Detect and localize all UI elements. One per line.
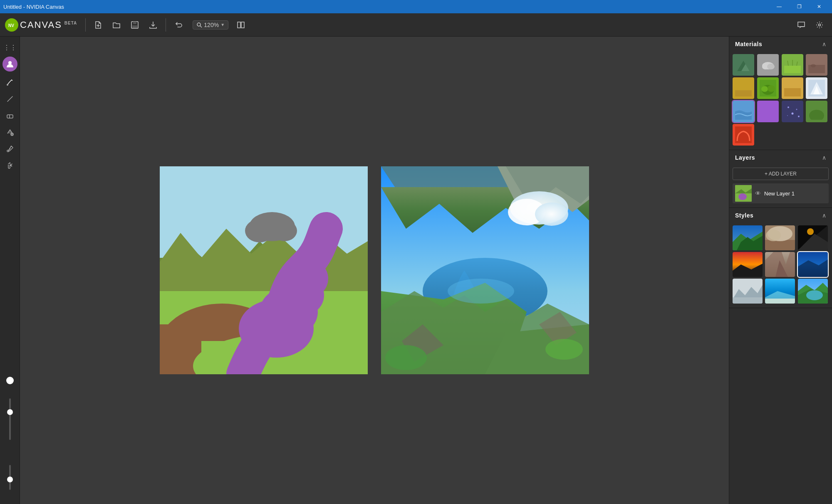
material-item-red-arch[interactable] [733, 124, 754, 146]
style-item-2[interactable] [765, 225, 795, 250]
material-item-cloud[interactable] [757, 54, 779, 76]
style-item-3[interactable] [798, 225, 828, 250]
maximize-button[interactable]: ❐ [790, 0, 809, 13]
layer-item[interactable]: 👁 New Layer 1 [733, 183, 829, 203]
line-tool[interactable] [2, 91, 17, 106]
right-panel: Materials ∧ [729, 37, 832, 504]
svg-line-14 [7, 96, 12, 101]
main-content: ⋮⋮ [0, 37, 832, 504]
brush-tool[interactable] [2, 75, 17, 90]
style-item-1[interactable] [733, 225, 763, 250]
color-dot[interactable] [6, 377, 14, 384]
style-item-5[interactable] [765, 252, 795, 277]
style-item-4[interactable] [733, 252, 763, 277]
svg-rect-114 [733, 297, 763, 304]
layers-section: Layers ∧ + ADD LAYER 👁 New Layer 1 [729, 150, 832, 208]
layers-chevron: ∧ [822, 154, 826, 161]
svg-point-52 [545, 339, 583, 360]
material-item-mountain[interactable] [733, 54, 754, 76]
material-item-purple[interactable] [757, 101, 779, 122]
fill-tool[interactable] [2, 125, 17, 140]
styles-header[interactable]: Styles ∧ [729, 208, 832, 223]
svg-point-33 [245, 219, 274, 242]
material-item-grass[interactable] [782, 54, 803, 76]
zoom-control[interactable]: 120% ▼ [193, 20, 228, 30]
styles-chevron: ∧ [822, 212, 826, 219]
save-button[interactable] [127, 17, 142, 32]
material-item-dirt[interactable] [806, 54, 827, 76]
compare-button[interactable] [233, 17, 248, 32]
canvas-area [20, 37, 729, 504]
svg-point-19 [7, 150, 9, 152]
material-item-water[interactable] [733, 101, 754, 122]
layers-header[interactable]: Layers ∧ [729, 150, 832, 165]
materials-grid [729, 52, 832, 150]
material-item-bush[interactable] [757, 77, 779, 99]
toolbar-right [794, 17, 827, 32]
svg-point-17 [11, 133, 13, 136]
svg-text:NV: NV [8, 23, 14, 28]
grid-button[interactable]: ⋮⋮ [2, 40, 17, 55]
svg-point-100 [766, 230, 781, 241]
layer-visibility-icon[interactable]: 👁 [755, 190, 761, 197]
pan-tool[interactable] [2, 158, 17, 173]
svg-point-104 [807, 228, 814, 235]
svg-point-7 [197, 23, 201, 26]
segmentation-canvas[interactable] [160, 166, 368, 374]
material-item-sand[interactable] [782, 77, 803, 99]
chat-button[interactable] [794, 17, 809, 32]
titlebar-controls: — ❐ ✕ [770, 0, 829, 13]
open-file-button[interactable] [109, 17, 124, 32]
svg-point-86 [787, 115, 788, 116]
materials-header[interactable]: Materials ∧ [729, 37, 832, 52]
eyedropper-tool[interactable] [2, 141, 17, 156]
svg-rect-5 [133, 22, 136, 24]
zoom-dropdown-icon: ▼ [220, 22, 225, 27]
materials-chevron: ∧ [822, 41, 826, 47]
generated-photo-panel [381, 166, 589, 374]
svg-point-13 [7, 84, 8, 86]
svg-rect-9 [238, 22, 240, 28]
titlebar-title: Untitled - NVIDIA Canvas [3, 4, 64, 10]
svg-point-93 [738, 193, 747, 200]
layer-name-label: New Layer 1 [764, 190, 795, 197]
undo-button[interactable] [171, 17, 186, 32]
material-item-sparkle[interactable] [782, 101, 803, 122]
user-avatar[interactable] [2, 57, 17, 72]
style-item-7[interactable] [733, 279, 763, 304]
svg-rect-67 [808, 65, 825, 73]
material-item-savanna[interactable] [733, 77, 754, 99]
styles-grid [729, 223, 832, 308]
settings-button[interactable] [812, 17, 827, 32]
styles-section: Styles ∧ [729, 208, 832, 308]
layers-title: Layers [735, 154, 755, 161]
nvidia-logo: NV [5, 18, 18, 32]
close-button[interactable]: ✕ [810, 0, 829, 13]
styles-title: Styles [735, 212, 753, 219]
style-item-8[interactable] [765, 279, 795, 304]
svg-point-85 [791, 113, 793, 115]
generated-photo[interactable] [381, 166, 589, 374]
material-item-snow[interactable] [806, 77, 827, 99]
new-file-button[interactable] [91, 17, 106, 32]
svg-point-73 [761, 86, 768, 92]
app-logo: NV CANVAS BETA [5, 18, 77, 32]
titlebar-left: Untitled - NVIDIA Canvas [3, 4, 64, 10]
svg-rect-82 [784, 103, 801, 120]
eraser-tool[interactable] [2, 108, 17, 123]
materials-title: Materials [735, 41, 762, 47]
svg-rect-15 [7, 115, 13, 118]
svg-point-60 [767, 64, 775, 69]
svg-rect-70 [735, 90, 752, 96]
style-item-9[interactable] [798, 279, 828, 304]
opacity-slider[interactable] [9, 465, 11, 490]
style-item-6[interactable] [798, 252, 828, 277]
materials-section: Materials ∧ [729, 37, 832, 150]
material-item-green-hill[interactable] [806, 101, 827, 122]
add-layer-button[interactable]: + ADD LAYER [733, 168, 829, 180]
minimize-button[interactable]: — [770, 0, 789, 13]
svg-rect-81 [760, 103, 776, 120]
brush-size-slider[interactable] [9, 398, 11, 440]
svg-point-48 [535, 203, 568, 226]
export-button[interactable] [146, 17, 161, 32]
